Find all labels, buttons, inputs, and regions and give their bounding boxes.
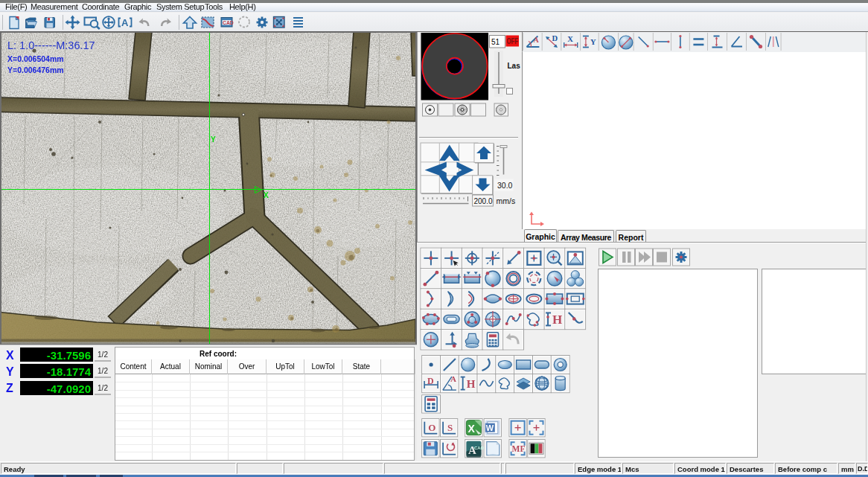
svg-text:S: S [447,422,453,433]
svg-text:A: A [533,36,539,44]
svg-text:X=0.006504mm: X=0.006504mm [7,54,64,63]
svg-text:A: A [450,374,456,383]
svg-text:O: O [428,422,435,433]
svg-text:CAD: CAD [223,20,234,25]
svg-text:CAD: CAD [474,446,485,450]
svg-text:30.0: 30.0 [497,181,513,190]
svg-text:51: 51 [491,38,500,46]
svg-text:Y: Y [590,38,596,46]
svg-text:A: A [121,17,129,28]
svg-text:W: W [486,423,494,432]
svg-text:mm/s: mm/s [497,196,516,205]
svg-text:L: 1.0------M:36.17: L: 1.0------M:36.17 [7,39,95,51]
svg-text:D: D [427,376,434,386]
svg-text:Y=0.006476mm: Y=0.006476mm [7,65,64,74]
svg-text:D: D [552,34,558,42]
svg-text:X: X [567,35,573,43]
svg-text:H: H [552,313,562,327]
svg-text:X: X [467,423,475,435]
svg-text:MF: MF [512,444,526,453]
svg-text:OFF: OFF [507,37,519,45]
svg-text:X: X [264,191,269,199]
svg-text:H: H [467,378,476,390]
svg-text:Y: Y [211,135,216,144]
svg-text:200.0: 200.0 [474,197,493,205]
svg-text:Las: Las [508,62,521,70]
